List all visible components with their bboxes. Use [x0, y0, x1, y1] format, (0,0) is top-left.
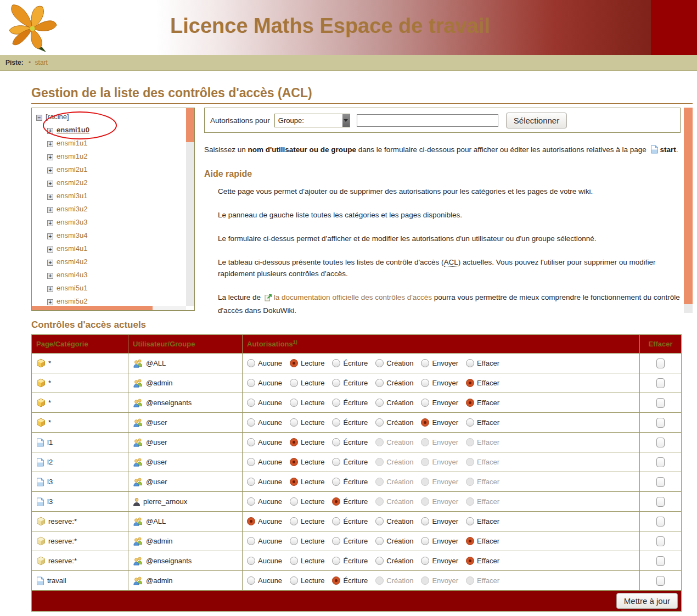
radio-envoyer[interactable]: [421, 399, 429, 407]
radio-lecture[interactable]: [290, 359, 298, 367]
expand-icon[interactable]: +: [47, 167, 53, 173]
radio-lecture[interactable]: [290, 557, 298, 565]
delete-checkbox[interactable]: [656, 359, 665, 368]
radio-aucune[interactable]: [247, 399, 255, 407]
select-button[interactable]: Sélectionner: [506, 113, 567, 128]
radio-effacer[interactable]: [466, 379, 474, 387]
tree-item-label[interactable]: ensmi5u2: [57, 297, 87, 305]
radio-aucune[interactable]: [247, 418, 255, 427]
tree-item-label[interactable]: ensmi1u0: [57, 126, 89, 134]
expand-icon[interactable]: +: [47, 286, 53, 292]
tree-item-label[interactable]: ensmi3u2: [57, 205, 87, 213]
tree-item-label[interactable]: ensmi3u3: [57, 218, 87, 226]
scrollbar-thumb[interactable]: [32, 306, 153, 310]
expand-icon[interactable]: +: [47, 194, 53, 200]
radio-lecture[interactable]: [290, 399, 298, 407]
radio-écriture[interactable]: [332, 359, 340, 367]
tree-vertical-scrollbar[interactable]: [186, 108, 194, 306]
radio-création[interactable]: [375, 537, 384, 545]
expand-icon[interactable]: +: [47, 128, 53, 134]
delete-checkbox[interactable]: [656, 457, 665, 467]
radio-écriture[interactable]: [332, 418, 340, 427]
radio-écriture[interactable]: [332, 438, 340, 446]
radio-envoyer[interactable]: [421, 557, 429, 565]
update-button[interactable]: Mettre à jour: [616, 593, 678, 609]
radio-effacer[interactable]: [466, 359, 474, 367]
radio-aucune[interactable]: [247, 458, 255, 466]
radio-lecture[interactable]: [290, 438, 298, 446]
collapse-icon[interactable]: −: [36, 115, 42, 121]
radio-aucune[interactable]: [247, 478, 255, 486]
expand-icon[interactable]: +: [47, 141, 53, 147]
radio-écriture[interactable]: [332, 379, 340, 387]
radio-aucune[interactable]: [247, 497, 255, 506]
radio-lecture[interactable]: [290, 576, 298, 585]
radio-aucune[interactable]: [247, 379, 255, 387]
tree-item-label[interactable]: ensmi1u2: [57, 152, 87, 160]
radio-écriture[interactable]: [332, 537, 340, 545]
delete-checkbox[interactable]: [656, 556, 665, 566]
radio-lecture[interactable]: [290, 418, 298, 427]
radio-effacer[interactable]: [466, 517, 474, 525]
tree-item-label[interactable]: ensmi4u1: [57, 244, 87, 253]
radio-création[interactable]: [375, 418, 384, 427]
radio-envoyer[interactable]: [421, 537, 429, 545]
tree-item-label[interactable]: ensmi2u1: [57, 165, 87, 173]
radio-création[interactable]: [375, 557, 384, 565]
expand-icon[interactable]: +: [47, 260, 53, 266]
radio-création[interactable]: [375, 379, 384, 387]
radio-lecture[interactable]: [290, 478, 298, 486]
radio-envoyer[interactable]: [421, 379, 429, 387]
radio-envoyer[interactable]: [421, 359, 429, 367]
delete-checkbox[interactable]: [656, 398, 665, 408]
radio-envoyer[interactable]: [421, 517, 429, 525]
delete-checkbox[interactable]: [656, 418, 665, 428]
detail-vertical-scrollbar[interactable]: [684, 108, 693, 313]
expand-icon[interactable]: +: [47, 299, 53, 305]
tree-item-label[interactable]: ensmi5u1: [57, 284, 87, 292]
radio-aucune[interactable]: [247, 359, 255, 367]
expand-icon[interactable]: +: [47, 207, 53, 213]
delete-checkbox[interactable]: [656, 576, 665, 586]
tree-item-label[interactable]: ensmi1u1: [57, 139, 87, 147]
radio-écriture[interactable]: [332, 478, 340, 486]
radio-écriture[interactable]: [332, 497, 340, 506]
tree-item-label[interactable]: ensmi4u2: [57, 257, 87, 266]
radio-écriture[interactable]: [332, 576, 340, 585]
radio-effacer[interactable]: [466, 399, 474, 407]
delete-checkbox[interactable]: [656, 497, 665, 507]
radio-effacer[interactable]: [466, 418, 474, 427]
delete-checkbox[interactable]: [656, 536, 665, 546]
tree-item-label[interactable]: ensmi2u2: [57, 178, 87, 187]
expand-icon[interactable]: +: [47, 273, 53, 279]
scrollbar-thumb[interactable]: [186, 108, 194, 142]
expand-icon[interactable]: +: [47, 181, 53, 187]
radio-lecture[interactable]: [290, 537, 298, 545]
delete-checkbox[interactable]: [656, 477, 665, 487]
entity-type-select[interactable]: Groupe:: [274, 114, 350, 127]
expand-icon[interactable]: +: [47, 233, 53, 239]
breadcrumb-link-start[interactable]: start: [35, 59, 48, 66]
radio-lecture[interactable]: [290, 497, 298, 506]
entity-name-input[interactable]: [357, 114, 498, 127]
expand-icon[interactable]: +: [47, 154, 53, 160]
expand-icon[interactable]: +: [47, 220, 53, 226]
radio-lecture[interactable]: [290, 458, 298, 466]
radio-effacer[interactable]: [466, 537, 474, 545]
tree-item-label[interactable]: [racine]: [46, 113, 69, 121]
radio-aucune[interactable]: [247, 517, 255, 525]
radio-aucune[interactable]: [247, 576, 255, 585]
radio-écriture[interactable]: [332, 517, 340, 525]
radio-écriture[interactable]: [332, 399, 340, 407]
tree-item-label[interactable]: ensmi3u4: [57, 231, 87, 239]
radio-aucune[interactable]: [247, 438, 255, 446]
radio-création[interactable]: [375, 517, 384, 525]
radio-effacer[interactable]: [466, 557, 474, 565]
expand-icon[interactable]: +: [47, 247, 53, 253]
delete-checkbox[interactable]: [656, 378, 665, 388]
radio-envoyer[interactable]: [421, 418, 429, 427]
radio-aucune[interactable]: [247, 557, 255, 565]
delete-checkbox[interactable]: [656, 438, 665, 447]
tree-horizontal-scrollbar[interactable]: [32, 306, 186, 310]
radio-création[interactable]: [375, 399, 384, 407]
